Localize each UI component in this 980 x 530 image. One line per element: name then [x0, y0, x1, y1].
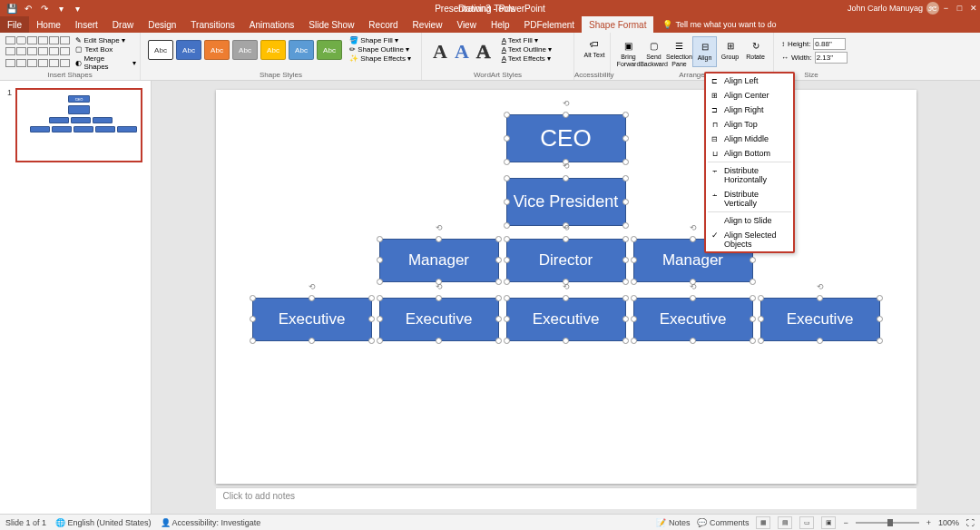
rotate-handle-icon[interactable]: ⟲ — [308, 282, 317, 291]
shape-executive-3[interactable]: Executive ⟲ — [506, 298, 626, 341]
merge-shapes-button[interactable]: ◐Merge Shapes▾ — [75, 54, 136, 71]
rotate-handle-icon[interactable]: ⟲ — [562, 162, 571, 172]
wordart-gallery[interactable]: A A A — [426, 34, 498, 69]
shape-outline-button[interactable]: ✏ Shape Outline ▾ — [349, 45, 411, 54]
shape-fill-button[interactable]: 🪣 Shape Fill ▾ — [349, 36, 411, 44]
shape-director[interactable]: Director ⟲ — [506, 239, 626, 282]
align-center-item[interactable]: ⊞Align Center — [706, 88, 793, 103]
wordart-preset[interactable]: A — [455, 40, 469, 64]
zoom-out-button[interactable]: − — [843, 518, 848, 527]
zoom-slider[interactable] — [856, 522, 919, 524]
notes-toggle[interactable]: 📝 Notes — [656, 518, 690, 527]
bring-forward-button[interactable]: ▣Bring Forward — [616, 36, 641, 67]
shape-executive-5[interactable]: Executive ⟲ — [760, 298, 880, 341]
redo-icon[interactable]: ↷ — [38, 2, 51, 15]
rotate-button[interactable]: ↻Rotate — [743, 36, 768, 67]
height-field[interactable]: ↕ Height: — [781, 38, 841, 50]
wordart-preset[interactable]: A — [433, 40, 447, 64]
tab-design[interactable]: Design — [141, 16, 183, 33]
tab-shape-format[interactable]: Shape Format — [582, 16, 653, 33]
shape-effects-button[interactable]: ✨ Shape Effects ▾ — [349, 54, 411, 63]
rotate-handle-icon[interactable]: ⟲ — [435, 282, 444, 291]
reading-view-button[interactable]: ▭ — [799, 516, 814, 529]
tab-file[interactable]: File — [0, 16, 29, 33]
align-top-item[interactable]: ⊓Align Top — [706, 117, 793, 132]
autosave-icon[interactable]: 💾 — [5, 2, 18, 15]
style-swatch[interactable]: Abc — [204, 40, 230, 60]
tab-home[interactable]: Home — [29, 16, 68, 33]
style-swatch[interactable]: Abc — [148, 40, 173, 60]
distribute-vertical-item[interactable]: ⫠Distribute Vertically — [706, 187, 793, 211]
tab-animations[interactable]: Animations — [242, 16, 301, 33]
shape-manager-left[interactable]: Manager ⟲ — [379, 239, 499, 282]
tell-me-search[interactable]: 💡 Tell me what you want to do — [662, 20, 776, 29]
rotate-handle-icon[interactable]: ⟲ — [689, 282, 698, 291]
width-field[interactable]: ↔ Width: — [781, 52, 841, 64]
align-button[interactable]: ⊟Align — [692, 36, 717, 67]
notes-pane[interactable]: Click to add notes — [216, 487, 916, 509]
align-left-item[interactable]: ⊏Align Left — [706, 74, 793, 88]
style-swatch[interactable]: Abc — [289, 40, 314, 60]
zoom-level[interactable]: 100% — [938, 518, 959, 527]
shape-executive-2[interactable]: Executive ⟲ — [379, 298, 499, 341]
align-to-slide-item[interactable]: Align to Slide — [706, 213, 793, 228]
start-from-beginning-icon[interactable]: ▾ — [54, 2, 67, 15]
edit-shape-button[interactable]: ✎Edit Shape▾ — [75, 36, 136, 44]
fit-to-window-button[interactable]: ⛶ — [966, 518, 975, 527]
height-input[interactable] — [813, 38, 846, 50]
style-swatch[interactable]: Abc — [176, 40, 201, 60]
shape-executive-4[interactable]: Executive ⟲ — [633, 298, 753, 341]
minimize-button[interactable]: − — [939, 0, 953, 16]
text-effects-button[interactable]: A Text Effects ▾ — [502, 54, 552, 63]
maximize-button[interactable]: □ — [953, 0, 966, 16]
shape-executive-1[interactable]: Executive ⟲ — [252, 298, 372, 341]
alt-text-button[interactable]: 🏷 Alt Text — [578, 34, 611, 59]
rotate-handle-icon[interactable]: ⟲ — [562, 282, 571, 291]
rotate-handle-icon[interactable]: ⟲ — [816, 282, 825, 291]
tab-slideshow[interactable]: Slide Show — [301, 16, 361, 33]
comments-toggle[interactable]: 💬 Comments — [697, 518, 749, 527]
tab-help[interactable]: Help — [484, 16, 517, 33]
tab-transitions[interactable]: Transitions — [183, 16, 242, 33]
rotate-handle-icon[interactable]: ⟲ — [435, 223, 444, 232]
slide-editor[interactable]: CEO ⟲ Vice President ⟲ Manager ⟲ Directo… — [152, 81, 980, 514]
undo-icon[interactable]: ↶ — [22, 2, 34, 15]
wordart-preset[interactable]: A — [476, 40, 491, 64]
tab-record[interactable]: Record — [361, 16, 405, 33]
width-input[interactable] — [815, 52, 848, 64]
language-status[interactable]: 🌐 English (United States) — [55, 518, 152, 527]
align-selected-objects-item[interactable]: Align Selected Objects — [706, 228, 793, 251]
selection-pane-button[interactable]: ☰Selection Pane — [667, 36, 691, 67]
text-outline-button[interactable]: A Text Outline ▾ — [502, 45, 552, 54]
ribbon-options-icon[interactable]: ⋯ — [926, 0, 939, 16]
text-box-button[interactable]: ▢Text Box — [75, 45, 136, 54]
send-backward-button[interactable]: ▢Send Backward — [642, 36, 666, 67]
align-middle-item[interactable]: ⊟Align Middle — [706, 132, 793, 146]
qat-more-icon[interactable]: ▾ — [71, 2, 83, 15]
rotate-handle-icon[interactable]: ⟲ — [689, 223, 698, 232]
shape-style-gallery[interactable]: Abc Abc Abc Abc Abc Abc Abc — [144, 34, 346, 65]
tab-insert[interactable]: Insert — [68, 16, 105, 33]
rotate-handle-icon[interactable]: ⟲ — [562, 99, 571, 108]
slideshow-view-button[interactable]: ▣ — [821, 516, 836, 529]
normal-view-button[interactable]: ▦ — [756, 516, 770, 529]
group-button[interactable]: ⊞Group — [718, 36, 742, 67]
shape-ceo[interactable]: CEO ⟲ — [506, 114, 626, 162]
slide-thumbnail[interactable]: CEO — [15, 88, 142, 162]
slide-counter[interactable]: Slide 1 of 1 — [5, 518, 46, 527]
shapes-gallery[interactable] — [4, 34, 75, 71]
accessibility-status[interactable]: 👤 Accessibility: Investigate — [161, 518, 261, 527]
align-right-item[interactable]: ⊐Align Right — [706, 103, 793, 117]
distribute-horizontal-item[interactable]: ⫟Distribute Horizontally — [706, 163, 793, 187]
tab-view[interactable]: View — [449, 16, 484, 33]
tab-review[interactable]: Review — [406, 16, 450, 33]
tab-pdfelement[interactable]: PDFelement — [516, 16, 582, 33]
zoom-in-button[interactable]: + — [926, 518, 931, 527]
tab-draw[interactable]: Draw — [105, 16, 141, 33]
sorter-view-button[interactable]: ▤ — [778, 516, 792, 529]
style-swatch[interactable]: Abc — [317, 40, 342, 60]
text-fill-button[interactable]: A Text Fill ▾ — [502, 36, 552, 44]
shape-vice-president[interactable]: Vice President ⟲ — [506, 178, 626, 226]
rotate-handle-icon[interactable]: ⟲ — [562, 223, 571, 232]
style-swatch[interactable]: Abc — [260, 40, 286, 60]
